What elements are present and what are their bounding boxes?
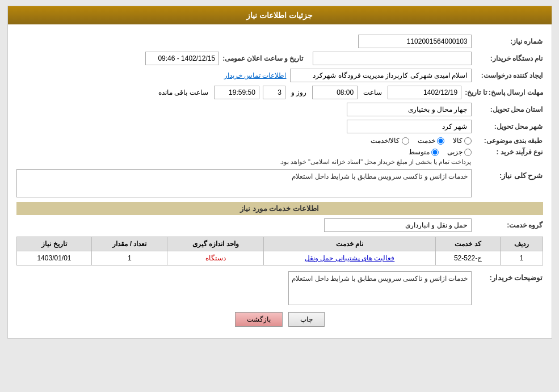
nam-dastgah-label: نام دستگاه خریدار: bbox=[475, 54, 543, 62]
back-button[interactable]: بازگشت bbox=[235, 312, 283, 327]
tabaqeh-radio-group: کالا خدمت کالا/خدمت bbox=[371, 137, 471, 145]
tarikh-input bbox=[145, 52, 219, 65]
noe-farayand-radio-group: جزیی متوسط bbox=[279, 148, 472, 156]
ostan-label: استان محل تحویل: bbox=[475, 106, 543, 113]
ijad-konande-input bbox=[290, 69, 472, 82]
farayand-jozi[interactable]: جزیی bbox=[447, 148, 472, 156]
farayand-motevaset[interactable]: متوسط bbox=[409, 148, 439, 156]
table-cell-5: 1403/01/01 bbox=[16, 251, 92, 265]
button-row: چاپ بازگشت bbox=[16, 312, 543, 327]
khadamat-section-title: اطلاعات خدمات مورد نیاز bbox=[16, 202, 543, 215]
table-row: 1ج-522-52فعالیت های پشتیبانی حمل ونقلدست… bbox=[16, 251, 543, 265]
mohlat-timer-input bbox=[214, 86, 259, 99]
table-cell-1: ج-522-52 bbox=[435, 251, 501, 265]
col-tarikh: تاریخ نیاز bbox=[16, 237, 92, 251]
tabaqeh-kala-label: کالا bbox=[453, 137, 463, 145]
noe-farayand-desc: پرداخت تمام یا بخشی از مبلغ خریداز محل "… bbox=[279, 158, 472, 166]
table-cell-3: دستگاه bbox=[167, 251, 264, 265]
tabaqeh-kalakhadamat-radio[interactable] bbox=[402, 137, 409, 145]
mohlat-rooz-input bbox=[263, 86, 285, 99]
shomare-niaz-input bbox=[358, 35, 472, 48]
sharh-koli-label: شرح کلی نیاز: bbox=[475, 171, 543, 180]
grohe-khadamat-input bbox=[324, 218, 472, 232]
ijad-konande-label: ایجاد کننده درخواست: bbox=[475, 71, 543, 79]
table-cell-4: 1 bbox=[92, 251, 167, 265]
farayand-jozi-radio[interactable] bbox=[464, 149, 472, 156]
farayand-jozi-label: جزیی bbox=[447, 148, 463, 156]
shomare-niaz-label: شماره نیاز: bbox=[475, 37, 543, 45]
tozihat-box: خدمات ازانس و تاکسی سرویس مطابق با شرایط… bbox=[288, 271, 471, 305]
tabaqeh-kala-khadamat[interactable]: کالا/خدمت bbox=[371, 137, 409, 145]
col-radif: ردیف bbox=[501, 237, 543, 251]
mohlat-saat-input bbox=[312, 86, 358, 99]
tabaqeh-kala-radio[interactable] bbox=[464, 137, 472, 145]
tabaqeh-kala[interactable]: کالا bbox=[453, 137, 472, 145]
farayand-motevaset-label: متوسط bbox=[409, 148, 430, 156]
noe-farayand-label: نوع فرآیند خرید : bbox=[475, 148, 543, 156]
farayand-motevaset-radio[interactable] bbox=[431, 149, 439, 156]
ostan-input bbox=[347, 103, 472, 116]
col-tedad: تعداد / مقدار bbox=[92, 237, 167, 251]
col-vahed: واحد اندازه گیری bbox=[167, 237, 264, 251]
sharh-koli-box: خدمات ازانس و تاکسی سرویس مطابق با شرایط… bbox=[16, 169, 472, 197]
table-cell-2: فعالیت های پشتیبانی حمل ونقل bbox=[264, 251, 435, 265]
tabaqeh-khadamat-radio[interactable] bbox=[437, 137, 444, 145]
service-table: ردیف کد خدمت نام خدمت واحد اندازه گیری ت… bbox=[16, 237, 543, 265]
shahr-label: شهر محل تحویل: bbox=[475, 123, 543, 130]
rooz-label: روز و bbox=[291, 88, 306, 96]
nam-dastgah-input bbox=[313, 52, 472, 65]
saat-label: ساعت bbox=[363, 88, 382, 96]
tozihat-label: توضیحات خریدار: bbox=[475, 273, 543, 282]
col-kod: کد خدمت bbox=[435, 237, 501, 251]
table-cell-0: 1 bbox=[501, 251, 543, 265]
page-title: جزئیات اطلاعات نیاز bbox=[8, 6, 552, 24]
ettilaat-tamas-link[interactable]: اطلاعات تماس خریدار bbox=[224, 71, 287, 79]
shahr-input bbox=[347, 120, 472, 133]
mohlat-date-input bbox=[388, 86, 461, 99]
tabaqeh-kalakhadamat-label: کالا/خدمت bbox=[371, 137, 400, 145]
mohlat-label: مهلت ارسال پاسخ: تا تاریخ: bbox=[465, 88, 543, 96]
col-nam: نام خدمت bbox=[264, 237, 435, 251]
grohe-khadamat-label: گروه خدمت: bbox=[475, 221, 543, 229]
tabaqeh-khadamat[interactable]: خدمت bbox=[418, 137, 444, 145]
tarikh-label: تاریخ و ساعت اعلان عمومی: bbox=[222, 54, 303, 62]
tabaqeh-label: طبقه بندی موضوعی: bbox=[475, 137, 543, 145]
tabaqeh-khadamat-label: خدمت bbox=[418, 137, 435, 145]
print-button[interactable]: چاپ bbox=[288, 312, 325, 327]
baqi-mande-label: ساعت باقی مانده bbox=[158, 88, 208, 96]
tozihat-value: خدمات ازانس و تاکسی سرویس مطابق با شرایط… bbox=[292, 275, 468, 283]
